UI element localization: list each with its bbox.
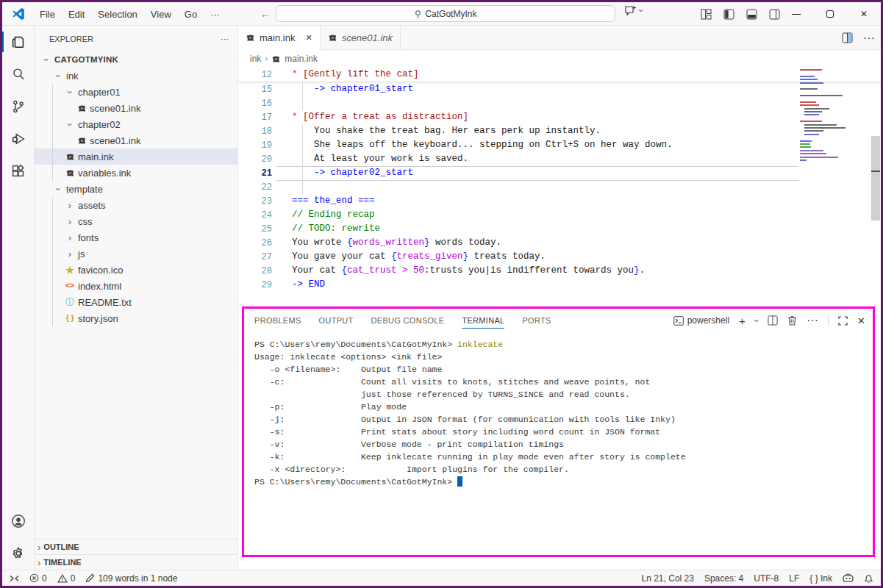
minimap-line bbox=[800, 157, 838, 158]
accounts-icon[interactable] bbox=[2, 505, 35, 537]
section-outline[interactable]: ›OUTLINE bbox=[35, 539, 237, 554]
code-line-26[interactable]: 26You wrote {words_written} words today. bbox=[238, 236, 881, 250]
maximize-button[interactable] bbox=[813, 2, 847, 26]
code-line-24[interactable]: 24// Ending recap bbox=[238, 208, 881, 222]
panel-more-actions-icon[interactable]: ··· bbox=[807, 314, 818, 327]
terminal-output[interactable]: PS C:\Users\remy\Documents\CatGotMyInk> … bbox=[244, 332, 873, 488]
new-terminal-icon[interactable]: + bbox=[739, 315, 746, 327]
code-line-23[interactable]: 23=== the_end === bbox=[238, 194, 881, 208]
code-line-20[interactable]: 20 At least your work is saved. bbox=[238, 152, 881, 166]
toggle-secondary-sidebar-icon[interactable] bbox=[769, 9, 780, 20]
code-line-16[interactable]: 16 bbox=[238, 96, 881, 110]
minimap-line bbox=[800, 79, 818, 80]
status--ink[interactable]: { } Ink bbox=[809, 573, 832, 584]
errors-status[interactable]: 0 bbox=[29, 573, 47, 584]
section-timeline[interactable]: ›TIMELINE bbox=[35, 554, 237, 570]
tree-item-js[interactable]: ›js bbox=[35, 245, 237, 262]
code-line-17[interactable]: 17* [Offer a treat as distraction] bbox=[238, 110, 881, 124]
tree-item-index-html[interactable]: <>index.html bbox=[35, 278, 237, 294]
tree-item-catgotmyink[interactable]: ›CATGOTMYINK bbox=[35, 51, 237, 68]
editor-scrollbar[interactable] bbox=[871, 68, 881, 306]
tree-item-template[interactable]: ›template bbox=[35, 181, 237, 197]
menu-view[interactable]: View bbox=[144, 6, 178, 23]
tree-item-chapter01[interactable]: ›chapter01 bbox=[35, 84, 237, 100]
tree-item-css[interactable]: ›css bbox=[35, 213, 237, 229]
explorer-more-actions-icon[interactable]: ··· bbox=[221, 35, 229, 43]
editor-more-actions-icon[interactable]: ··· bbox=[863, 32, 875, 45]
section-label: TIMELINE bbox=[43, 558, 81, 567]
terminal-dropdown-icon[interactable]: › bbox=[751, 319, 762, 322]
close-button[interactable]: ✕ bbox=[847, 2, 881, 26]
tab-scene01-ink[interactable]: scene01.ink bbox=[321, 26, 401, 50]
tree-item-ink[interactable]: ›ink bbox=[35, 68, 237, 84]
menu-go[interactable]: Go bbox=[178, 6, 204, 23]
command-center-search[interactable]: ⚲ CatGotMyInk bbox=[276, 5, 615, 22]
tree-item-favicon-ico[interactable]: ★favicon.ico bbox=[35, 262, 237, 278]
menu-selection[interactable]: Selection bbox=[91, 6, 143, 23]
breadcrumb-folder[interactable]: ink bbox=[250, 54, 261, 64]
extensions-icon[interactable] bbox=[2, 155, 35, 187]
remote-indicator[interactable] bbox=[10, 574, 19, 583]
tree-item-readme-txt[interactable]: ⓘREADME.txt bbox=[35, 294, 237, 310]
file-icon-slot: ⓘ bbox=[64, 298, 76, 306]
tree-item-variables-ink[interactable]: variables.ink bbox=[35, 165, 237, 181]
code-line-19[interactable]: 19 She leaps off the keyboard... steppin… bbox=[238, 138, 881, 152]
code-line-15[interactable]: 15 -> chapter01_start bbox=[238, 82, 881, 96]
powershell-terminal-icon bbox=[673, 316, 684, 326]
split-editor-icon[interactable] bbox=[842, 32, 853, 43]
code-line-29[interactable]: 29-> END bbox=[238, 278, 881, 292]
code-line-22[interactable]: 22 bbox=[238, 180, 881, 194]
settings-gear-icon[interactable] bbox=[2, 537, 35, 570]
status-lf[interactable]: LF bbox=[789, 573, 799, 584]
toggle-panel-icon[interactable] bbox=[746, 9, 757, 20]
panel-tab-output[interactable]: OUTPUT bbox=[319, 309, 354, 332]
shell-selector[interactable]: powershell bbox=[673, 315, 729, 326]
tree-item-story-json[interactable]: { }story.json bbox=[35, 310, 237, 326]
tree-item-scene01-ink[interactable]: scene01.ink bbox=[35, 100, 237, 116]
search-view-icon[interactable] bbox=[2, 58, 35, 90]
status-ln-21-col-23[interactable]: Ln 21, Col 23 bbox=[642, 573, 694, 584]
code-editor[interactable]: 12* [Gently lift the cat] 15 -> chapter0… bbox=[238, 68, 881, 306]
line-number: 29 bbox=[238, 280, 272, 290]
word-count-status[interactable]: 109 words in 1 node bbox=[85, 573, 177, 584]
menu-[interactable]: ··· bbox=[204, 6, 226, 23]
code-line-25[interactable]: 25// TODO: rewrite bbox=[238, 222, 881, 236]
run-debug-icon[interactable] bbox=[2, 123, 35, 155]
tree-item-chapter02[interactable]: ›chapter02 bbox=[35, 116, 237, 132]
close-panel-icon[interactable]: ✕ bbox=[857, 315, 865, 326]
panel-tab-debug-console[interactable]: DEBUG CONSOLE bbox=[371, 309, 445, 332]
copilot-button[interactable]: › bbox=[625, 5, 643, 16]
panel-tab-ports[interactable]: PORTS bbox=[522, 309, 551, 332]
maximize-panel-icon[interactable] bbox=[838, 316, 848, 326]
menu-file[interactable]: File bbox=[33, 6, 62, 23]
tree-item-main-ink[interactable]: main.ink bbox=[35, 148, 237, 165]
tree-item-scene01-ink[interactable]: scene01.ink bbox=[35, 132, 237, 148]
explorer-icon[interactable] bbox=[2, 26, 35, 58]
close-tab-icon[interactable]: ✕ bbox=[305, 33, 312, 43]
kill-terminal-trash-icon[interactable] bbox=[787, 315, 797, 326]
source-control-icon[interactable] bbox=[2, 90, 35, 123]
status-spaces-4[interactable]: Spaces: 4 bbox=[704, 573, 743, 584]
panel-tab-problems[interactable]: PROBLEMS bbox=[254, 309, 301, 332]
code-line-21[interactable]: 21 -> chapter02_start bbox=[238, 166, 881, 180]
copilot-status[interactable] bbox=[843, 573, 854, 583]
tree-item-fonts[interactable]: ›fonts bbox=[35, 229, 237, 245]
minimap[interactable] bbox=[800, 69, 871, 216]
split-terminal-icon[interactable] bbox=[768, 315, 778, 326]
tree-item-assets[interactable]: ›assets bbox=[35, 197, 237, 213]
warnings-status[interactable]: 0 bbox=[57, 573, 76, 584]
customize-layout-icon[interactable] bbox=[701, 9, 712, 20]
notifications-bell[interactable] bbox=[864, 573, 873, 584]
minimize-button[interactable]: — bbox=[779, 2, 813, 26]
panel-tab-terminal[interactable]: TERMINAL bbox=[462, 309, 504, 332]
status-utf-8[interactable]: UTF-8 bbox=[754, 573, 779, 584]
tab-main-ink[interactable]: main.ink✕ bbox=[238, 26, 321, 50]
scrollbar-thumb[interactable] bbox=[871, 136, 880, 220]
menu-edit[interactable]: Edit bbox=[62, 6, 91, 23]
code-line-27[interactable]: 27You gave your cat {treats_given} treat… bbox=[238, 250, 881, 264]
breadcrumb-file[interactable]: main.ink bbox=[285, 54, 318, 64]
toggle-primary-sidebar-icon[interactable] bbox=[723, 9, 734, 20]
code-line-28[interactable]: 28Your cat {cat_trust > 50:trusts you|is… bbox=[238, 264, 881, 278]
back-arrow-icon[interactable]: ← bbox=[259, 7, 272, 20]
code-line-18[interactable]: 18 You shake the treat bag. Her ears per… bbox=[238, 124, 881, 138]
